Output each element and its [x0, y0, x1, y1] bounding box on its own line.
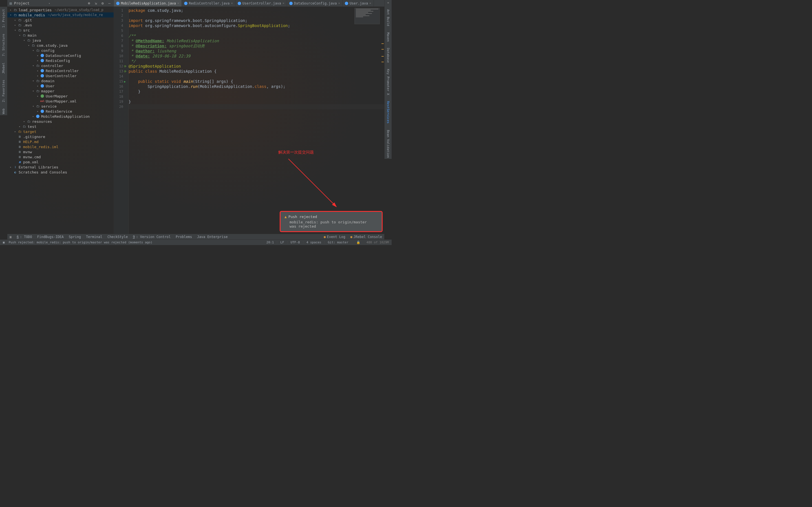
code-line-20[interactable] — [129, 104, 384, 109]
close-icon[interactable]: × — [231, 1, 233, 5]
bottom-tool-jrebel-console[interactable]: ● JRebel Console — [350, 235, 382, 239]
project-tree[interactable]: ▸🗀load_properties~/work/java_study/load_… — [7, 7, 114, 234]
right-tool-bean-validation[interactable]: Bean Validation — [386, 129, 390, 159]
close-icon[interactable]: × — [177, 1, 179, 5]
tree-item-mobile-redis-iml[interactable]: 🗎mobile_redis.iml — [7, 144, 114, 149]
tree-arrow-icon[interactable]: ▾ — [27, 44, 31, 47]
code-line-14[interactable] — [129, 74, 384, 79]
tree-arrow-icon[interactable]: ▸ — [13, 130, 17, 133]
code-line-17[interactable]: } — [129, 89, 384, 94]
code-minimap[interactable] — [354, 8, 380, 24]
tree-arrow-icon[interactable]: ▾ — [32, 64, 35, 67]
tree-arrow-icon[interactable]: ▸ — [36, 74, 40, 77]
code-line-19[interactable]: } — [129, 99, 384, 104]
tree-item-test[interactable]: ▸🗀test — [7, 124, 114, 129]
tree-arrow-icon[interactable]: ▸ — [9, 166, 12, 168]
code-line-15[interactable]: public static void main(String[] args) { — [129, 79, 384, 84]
tree-arrow-icon[interactable]: ▾ — [32, 90, 35, 93]
tree-arrow-icon[interactable]: ▾ — [22, 39, 26, 42]
bottom-tool-6-todo[interactable]: 6: TODO — [17, 235, 32, 239]
code-line-13[interactable]: public class MobileRedisApplication { — [129, 69, 384, 74]
spring-run-icon[interactable]: ⟳ — [124, 65, 126, 68]
tree-item-load-properties[interactable]: ▸🗀load_properties~/work/java_study/load_… — [7, 7, 114, 12]
status-20-1[interactable]: 20:1 — [266, 240, 274, 244]
tab-datasourceconfig-java[interactable]: DataSourceConfig.java× — [287, 0, 343, 6]
code-line-11[interactable]: */ — [129, 59, 384, 64]
code-line-4[interactable]: import org.springframework.boot.autoconf… — [129, 23, 384, 28]
close-icon[interactable]: × — [369, 1, 371, 5]
code-line-16[interactable]: SpringApplication.run(MobileRedisApplica… — [129, 84, 384, 89]
tree-item-mobile-redis[interactable]: ▾🗀mobile_redis~/work/java_study/mobile_r… — [7, 12, 114, 17]
code-area[interactable]: package com.study.java; import org.sprin… — [129, 8, 384, 109]
notification-popup[interactable]: ▲Push rejected mobile_redis: push to ori… — [280, 211, 383, 232]
tree-arrow-icon[interactable]: ▸ — [9, 8, 12, 11]
tree-item-com-study-java[interactable]: ▾🗀com.study.java — [7, 43, 114, 48]
status-icon[interactable]: ▣ — [3, 240, 5, 244]
tab-rediscontroller-java[interactable]: RedisController.java× — [182, 0, 236, 6]
right-tool-restservices[interactable]: RestServices — [386, 100, 390, 124]
gear-icon[interactable]: ⚙ — [100, 1, 105, 6]
tree-item-controller[interactable]: ▾🗀controller — [7, 63, 114, 68]
tab-user-java[interactable]: User.java× — [343, 0, 374, 6]
collapse-icon[interactable]: ⇲ — [94, 1, 98, 6]
tree-item-mvnw[interactable]: 🗎mvnw — [7, 149, 114, 154]
expand-icon[interactable]: ≡ — [387, 1, 389, 4]
code-line-6[interactable]: /** — [129, 33, 384, 38]
code-line-5[interactable] — [129, 28, 384, 33]
left-tool-7-structure[interactable]: 7: Structure — [2, 33, 5, 57]
tree-item-usermapper-xml[interactable]: xmlUserMapper.xml — [7, 99, 114, 104]
left-tool-1-project[interactable]: 1: Project — [2, 8, 5, 29]
bottom-tool-problems[interactable]: Problems — [175, 235, 192, 239]
bottom-tool-spring[interactable]: Spring — [69, 235, 81, 239]
code-line-2[interactable] — [129, 13, 384, 18]
tree-arrow-icon[interactable]: ▸ — [32, 115, 35, 118]
bottom-tool-event-log[interactable]: ● Event Log — [324, 235, 345, 239]
tree-arrow-icon[interactable]: ▸ — [36, 110, 40, 113]
left-tool-2-favorites[interactable]: 2: Favorites — [2, 78, 5, 103]
tree-arrow-icon[interactable]: ▸ — [13, 24, 17, 26]
bottom-tool-terminal[interactable]: Terminal — [86, 235, 102, 239]
code-line-18[interactable] — [129, 94, 384, 99]
tree-arrow-icon[interactable]: ▸ — [13, 18, 17, 21]
tree-item-datasourceconfig[interactable]: ▸DataSourceConfig — [7, 53, 114, 58]
tree-item-src[interactable]: ▾🗀src — [7, 27, 114, 33]
code-line-9[interactable]: * @author: liusheng — [129, 48, 384, 54]
tree-item-redisservice[interactable]: ▸RedisService — [7, 109, 114, 114]
tree-item-redisconfig[interactable]: ▸RedisConfig — [7, 58, 114, 63]
code-line-10[interactable]: * @date: 2019-06-18 22:39 — [129, 54, 384, 59]
left-tool-web[interactable]: Web — [2, 107, 5, 115]
status-git-master[interactable]: Git: master — [328, 240, 349, 244]
tree-item--gitignore[interactable]: 🗎.gitignore — [7, 134, 114, 139]
right-tool-key-promoter-x[interactable]: Key Promoter X — [386, 68, 390, 96]
tree-item-mvnw-cmd[interactable]: 🗎mvnw.cmd — [7, 154, 114, 159]
dropdown-icon[interactable]: ▾ — [49, 2, 50, 5]
tree-arrow-icon[interactable]: ▸ — [36, 95, 40, 98]
tree-arrow-icon[interactable]: ▸ — [36, 69, 40, 72]
bottom-tool-findbugs-idea[interactable]: FindBugs-IDEA — [37, 235, 64, 239]
tab-usercontroller-java[interactable]: UserController.java× — [236, 0, 287, 6]
tree-item-mobileredisapplication[interactable]: ▸MobileRedisApplication — [7, 114, 114, 119]
status-4-spaces[interactable]: 4 spaces — [306, 240, 321, 244]
tree-item-mapper[interactable]: ▾🗀mapper — [7, 89, 114, 94]
tree-item-target[interactable]: ▸🗀target — [7, 129, 114, 134]
code-editor[interactable]: 1234567891011121314151617181920⟳⟳▶ packa… — [114, 7, 384, 234]
tree-item-java[interactable]: ▾🗀java — [7, 38, 114, 43]
code-line-8[interactable]: * @Description: springboot启动类 — [129, 43, 384, 48]
tree-item-scratches-and-consoles[interactable]: ◐Scratches and Consoles — [7, 170, 114, 175]
tool-window-icon[interactable]: ▣ — [10, 235, 11, 239]
code-line-7[interactable]: * @MethodName: MobileRedisApplication — [129, 38, 384, 43]
tree-item--mvn[interactable]: ▸🗀.mvn — [7, 22, 114, 27]
tree-item-usermapper[interactable]: ▸UserMapper — [7, 94, 114, 99]
tree-item-external-libraries[interactable]: ▸⫴External Libraries — [7, 165, 114, 170]
tree-item-rediscontroller[interactable]: ▸RedisController — [7, 68, 114, 73]
tree-item--git[interactable]: ▸🗀.git — [7, 17, 114, 22]
tree-arrow-icon[interactable]: ▸ — [36, 84, 40, 87]
left-tool-jrebel[interactable]: JRebel — [2, 61, 5, 75]
close-icon[interactable]: × — [283, 1, 285, 5]
tree-arrow-icon[interactable]: ▾ — [9, 13, 12, 16]
tree-item-user[interactable]: ▸User — [7, 83, 114, 89]
tree-arrow-icon[interactable]: ▸ — [22, 120, 26, 123]
tree-item-resources[interactable]: ▸🗀resources — [7, 119, 114, 124]
tree-item-usercontroller[interactable]: ▸UserController — [7, 73, 114, 78]
spring-run-icon[interactable]: ⟳ — [124, 70, 126, 73]
